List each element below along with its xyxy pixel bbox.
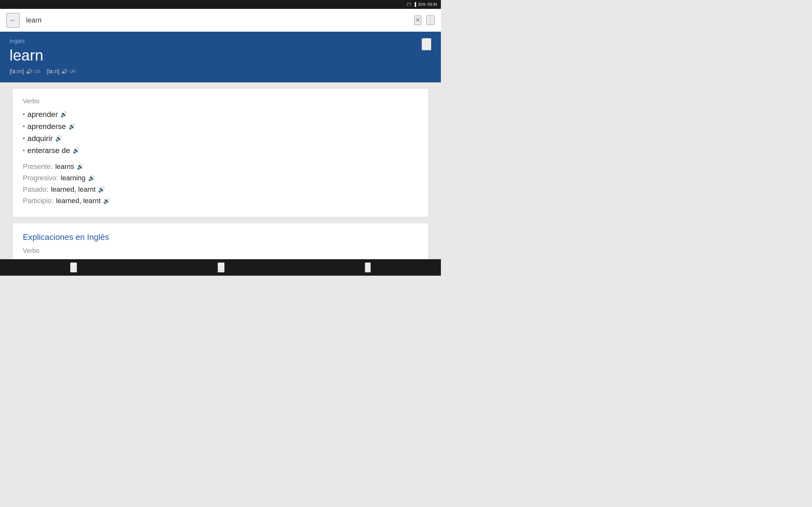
conjugation-presente: Presente: learns 🔊 xyxy=(23,163,418,171)
explain-title: Explicaciones en Inglés xyxy=(23,232,418,242)
list-item: • adquirir 🔊 xyxy=(23,134,418,143)
signal-icon: ▐ xyxy=(413,2,416,7)
search-bar: ← learn ✕ ⋮ xyxy=(0,9,441,32)
bullet-icon: • xyxy=(23,147,25,154)
main-dict-card: Verbo • aprender 🔊 • aprenderse 🔊 • adqu… xyxy=(13,89,428,217)
conj-pasado-value: learned, learnt xyxy=(51,185,96,193)
speaker-icon[interactable]: 🔊 xyxy=(72,147,80,154)
translation-text: adquirir xyxy=(27,134,53,143)
pronunciations: [lɜːrn] 🔊 US [lɜːn] 🔊 UK xyxy=(9,68,432,75)
speaker-uk-icon[interactable]: 🔊 xyxy=(61,68,67,74)
pron-us-label: US xyxy=(34,69,40,74)
list-item: • aprender 🔊 xyxy=(23,110,418,119)
speaker-icon[interactable]: 🔊 xyxy=(88,175,95,181)
pron-uk-ipa: [lɜːn] xyxy=(47,68,59,75)
word-header: Inglés learn [lɜːrn] 🔊 US [lɜːn] 🔊 UK ♡ xyxy=(0,32,441,82)
nav-home-button[interactable]: △ xyxy=(217,262,224,273)
conj-progresivo-value: learning xyxy=(61,174,85,182)
more-button[interactable]: ⋮ xyxy=(426,15,435,25)
word-title: learn xyxy=(9,47,432,64)
speaker-icon[interactable]: 🔊 xyxy=(98,186,105,193)
search-input[interactable]: learn xyxy=(26,16,408,24)
conjugation-progresivo: Progresivo: learning 🔊 xyxy=(23,174,418,182)
volume-icon: 📳 xyxy=(407,2,411,7)
time-text: 03:34 xyxy=(427,2,437,7)
speaker-icon[interactable]: 🔊 xyxy=(103,198,110,205)
search-actions: ✕ ⋮ xyxy=(414,15,435,25)
pron-us-ipa: [lɜːrn] xyxy=(9,68,24,75)
clear-button[interactable]: ✕ xyxy=(414,15,421,25)
bullet-icon: • xyxy=(23,135,25,142)
status-icons: 📳 ▐ 31% 03:34 xyxy=(407,2,437,7)
conj-progresivo-label: Progresivo: xyxy=(23,174,58,182)
nav-recents-button[interactable]: □ xyxy=(365,262,371,273)
conj-pasado-label: Pasado: xyxy=(23,185,49,193)
speaker-icon[interactable]: 🔊 xyxy=(55,135,62,142)
battery-text: 31% xyxy=(418,2,426,7)
translation-list: • aprender 🔊 • aprenderse 🔊 • adquirir 🔊… xyxy=(23,110,418,155)
translation-text: enterarse de xyxy=(27,146,70,155)
speaker-icon[interactable]: 🔊 xyxy=(60,111,67,118)
back-button[interactable]: ← xyxy=(6,13,20,27)
conj-presente-value: learns xyxy=(55,163,74,171)
speaker-us-icon[interactable]: 🔊 xyxy=(26,68,32,74)
pron-us-group: [lɜːrn] 🔊 US xyxy=(9,68,40,75)
language-label: Inglés xyxy=(9,38,432,45)
nav-back-button[interactable]: ◁ xyxy=(70,262,77,273)
bullet-icon: • xyxy=(23,123,25,130)
speaker-icon[interactable]: 🔊 xyxy=(77,163,84,170)
content-area: Verbo • aprender 🔊 • aprenderse 🔊 • adqu… xyxy=(0,82,441,266)
explain-card: Explicaciones en Inglés Verbo xyxy=(13,223,428,263)
translation-text: aprender xyxy=(27,110,58,119)
bullet-icon: • xyxy=(23,111,25,118)
list-item: • enterarse de 🔊 xyxy=(23,146,418,155)
list-item: • aprenderse 🔊 xyxy=(23,122,418,131)
conj-presente-label: Presente: xyxy=(23,163,53,171)
part-of-speech-label: Verbo xyxy=(23,98,418,105)
favorite-button[interactable]: ♡ xyxy=(421,38,432,50)
conj-participio-value: learned, learnt xyxy=(56,197,101,205)
conjugation-participio: Participio: learned, learnt 🔊 xyxy=(23,197,418,205)
bottom-nav: ◁ △ □ xyxy=(0,259,441,276)
conjugation-pasado: Pasado: learned, learnt 🔊 xyxy=(23,185,418,193)
pron-uk-label: UK xyxy=(69,69,75,74)
speaker-icon[interactable]: 🔊 xyxy=(68,123,75,130)
conj-participio-label: Participio: xyxy=(23,197,54,205)
status-bar: 📳 ▐ 31% 03:34 xyxy=(0,0,441,9)
pron-uk-group: [lɜːn] 🔊 UK xyxy=(47,68,75,75)
translation-text: aprenderse xyxy=(27,122,66,131)
explain-pos: Verbo xyxy=(23,247,418,255)
